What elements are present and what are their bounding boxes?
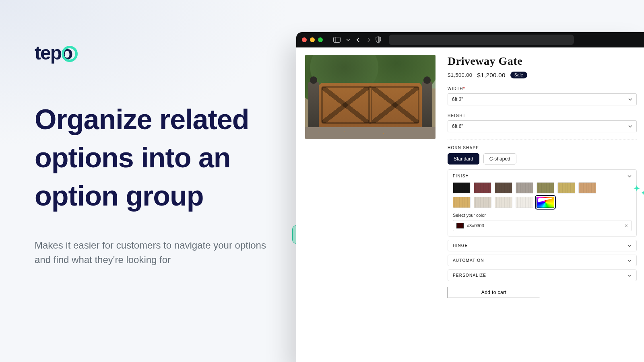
finish-swatch-8[interactable]: [474, 197, 491, 208]
product-image[interactable]: [305, 55, 436, 139]
chevron-down-icon: [628, 124, 632, 128]
brand-name: tepo: [35, 43, 72, 63]
automation-group[interactable]: AUTOMATION: [448, 255, 637, 266]
clear-color-icon[interactable]: ×: [625, 222, 628, 229]
width-select[interactable]: 6ft 3": [448, 93, 637, 105]
browser-toolbar: [296, 32, 644, 47]
price-row: $1,500.00 $1,200.00 Sale: [448, 72, 637, 78]
chevron-down-icon: [627, 259, 632, 263]
finish-swatches: [453, 182, 632, 208]
width-value: 6ft 3": [452, 97, 463, 102]
finish-swatch-7[interactable]: [453, 197, 471, 208]
add-to-cart-button[interactable]: Add to cart: [448, 287, 540, 298]
price-original: $1,500.00: [448, 72, 472, 78]
headline-line-2: options into an: [35, 142, 231, 173]
height-select[interactable]: 6ft 6": [448, 120, 637, 132]
chevron-down-icon: [627, 174, 632, 178]
price-sale: $1,200.00: [477, 72, 505, 78]
finish-swatch-6[interactable]: [578, 182, 596, 193]
close-window-button[interactable]: [302, 37, 307, 42]
horn-shape-label: HORN SHAPE: [448, 146, 637, 150]
horn-shape-cshaped[interactable]: C-shaped: [483, 153, 516, 165]
color-picker-label: Select your color: [453, 213, 632, 218]
finish-swatch-1[interactable]: [474, 182, 491, 193]
chevron-down-icon: [627, 274, 632, 278]
product-title: Driveway Gate: [448, 55, 637, 68]
hero-subheadline: Makes it easier for customers to navigat…: [35, 238, 266, 267]
sidebar-toggle-icon[interactable]: [333, 37, 341, 43]
horn-shape-standard[interactable]: Standard: [448, 153, 479, 165]
browser-window: Driveway Gate $1,500.00 $1,200.00 Sale W…: [296, 32, 644, 362]
brand-logo: tepo: [35, 43, 72, 63]
hinge-group[interactable]: HINGE: [448, 240, 637, 251]
chevron-down-icon[interactable]: [346, 38, 350, 42]
svg-rect-1: [334, 37, 341, 43]
hero-headline: Organize related options into an option …: [35, 101, 276, 216]
finish-swatch-3[interactable]: [516, 182, 533, 193]
color-hex: #3a0303: [467, 223, 484, 228]
url-bar[interactable]: [389, 35, 574, 45]
finish-swatch-5[interactable]: [557, 182, 575, 193]
divider: [448, 140, 637, 140]
height-label: HEIGHT: [448, 113, 637, 118]
traffic-lights: [302, 37, 323, 42]
headline-line-1: Organize related: [35, 104, 249, 135]
back-icon[interactable]: [356, 37, 361, 43]
privacy-shield-icon[interactable]: [375, 36, 382, 43]
finish-swatch-2[interactable]: [495, 182, 512, 193]
finish-swatch-10[interactable]: [516, 197, 533, 208]
minimize-window-button[interactable]: [310, 37, 315, 42]
height-value: 6ft 6": [452, 123, 463, 129]
finish-swatch-9[interactable]: [495, 197, 512, 208]
sale-badge: Sale: [510, 72, 527, 78]
headline-line-3: option group: [35, 180, 204, 212]
chevron-down-icon: [627, 244, 632, 248]
finish-group-header[interactable]: FINISH: [453, 174, 632, 178]
finish-swatch-4[interactable]: [537, 182, 554, 193]
maximize-window-button[interactable]: [318, 37, 323, 42]
color-value-row[interactable]: #3a0303 ×: [453, 220, 632, 231]
finish-swatch-11[interactable]: [537, 197, 554, 208]
finish-swatch-0[interactable]: [453, 182, 471, 193]
forward-icon[interactable]: [366, 37, 371, 43]
sparkle-icon: [631, 183, 644, 200]
chevron-down-icon: [628, 97, 632, 101]
color-chip: [456, 223, 464, 228]
width-label: WIDTH*: [448, 86, 637, 91]
finish-group: FINISH Select your color #3a0303 ×: [448, 169, 637, 237]
personalize-group[interactable]: PERSONALIZE: [448, 269, 637, 281]
